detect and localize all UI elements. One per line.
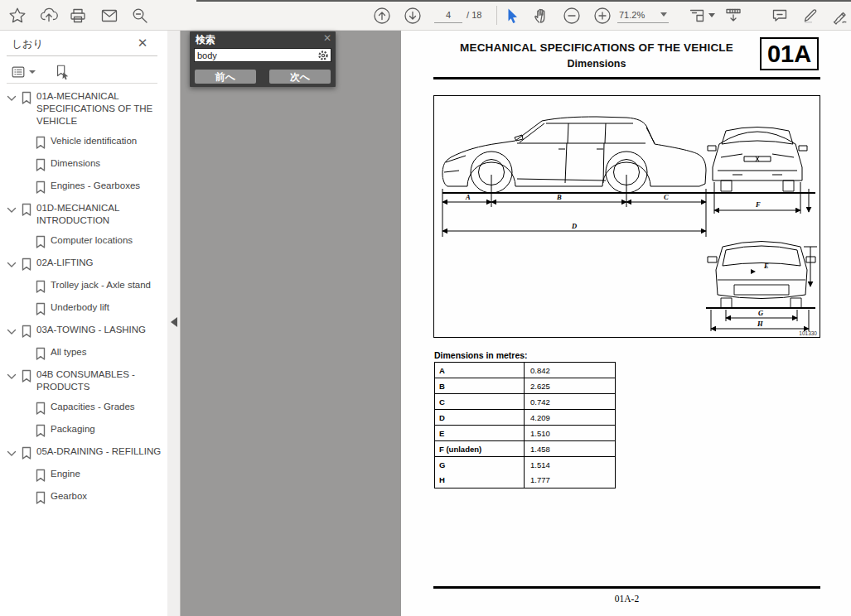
bookmark-label: 04B CONSUMABLES - PRODUCTS <box>36 368 162 393</box>
bookmark-label: 01D-MECHANICAL INTRODUCTION <box>36 202 162 227</box>
dimension-label: E <box>435 426 525 441</box>
dim-label-g: G <box>758 309 764 317</box>
bookmark-item-trolley-jack-axle-stand[interactable]: Trolley jack - Axle stand <box>7 279 169 294</box>
document-subtitle: Dimensions <box>433 58 760 70</box>
bookmark-icon <box>35 402 46 416</box>
dimension-row: F (unladen) 1.458 <box>435 441 616 457</box>
bookmark-item-all-types[interactable]: All types <box>7 346 169 361</box>
zoom-level-select[interactable]: 71.2% <box>617 7 669 23</box>
dimension-label: F (unladen) <box>435 441 525 457</box>
rear-view-drawing <box>706 242 817 332</box>
dimension-label: D <box>435 410 525 426</box>
bookmark-item-dimensions[interactable]: Dimensions <box>7 157 169 172</box>
bookmark-item-03a-towing-lashing[interactable]: 03A-TOWING - LASHING <box>7 324 169 339</box>
dimension-value: 0.742 <box>525 394 616 410</box>
bookmarks-panel: しおり ✕ 01A-MECHANICAL SPECIFICATIONS OF T… <box>0 31 181 616</box>
zoom-in-icon[interactable] <box>591 4 614 27</box>
dimension-row: G 1.514 <box>435 457 616 473</box>
hand-pan-icon[interactable] <box>530 4 554 27</box>
bookmark-icon <box>35 424 46 438</box>
print-icon[interactable] <box>66 4 89 27</box>
dim-label-f: F <box>755 200 761 209</box>
bookmark-label: Underbody lift <box>51 301 169 314</box>
bookmark-tree: 01A-MECHANICAL SPECIFICATIONS OF THE VEH… <box>7 90 169 613</box>
locate-current-bookmark-icon[interactable] <box>52 62 72 82</box>
bookmark-item-04b-consumables-products[interactable]: 04B CONSUMABLES - PRODUCTS <box>7 368 169 393</box>
sidebar-collapse-button[interactable] <box>171 317 177 327</box>
toolbar: 4 / 18 71.2% <box>0 0 851 31</box>
cloud-upload-icon[interactable] <box>37 4 60 27</box>
bookmark-icon <box>35 180 46 195</box>
pdf-page[interactable]: MECHANICAL SPECIFICATIONS OF THE VEHICLE… <box>401 31 851 616</box>
close-icon[interactable]: ✕ <box>323 32 331 44</box>
bookmark-item-capacities-grades[interactable]: Capacities - Grades <box>7 401 169 416</box>
bookmark-icon <box>21 446 32 460</box>
vehicle-dimensions-figure: A B C D F <box>433 95 820 338</box>
chevron-down-icon[interactable] <box>7 260 17 270</box>
bookmark-item-engines-gearboxes[interactable]: Engines - Gearboxes <box>7 180 169 195</box>
bookmark-options-icon[interactable] <box>8 62 37 82</box>
dimension-value: 0.842 <box>525 363 616 378</box>
bookmark-item-02a-lifting[interactable]: 02A-LIFTING <box>7 257 169 272</box>
bookmark-label: 01A-MECHANICAL SPECIFICATIONS OF THE VEH… <box>36 90 162 128</box>
star-icon[interactable] <box>6 4 29 27</box>
chevron-down-icon[interactable] <box>7 327 17 337</box>
fit-width-icon[interactable] <box>722 4 745 27</box>
bookmark-label: 05A-DRAINING - REFILLING <box>36 445 162 458</box>
select-pointer-icon[interactable] <box>500 4 524 27</box>
bookmark-label: Trolley jack - Axle stand <box>51 279 169 291</box>
bookmark-icon <box>21 325 32 339</box>
bookmark-label: Computer locations <box>51 234 169 247</box>
marquee-zoom-icon[interactable] <box>128 4 152 27</box>
comment-icon[interactable] <box>768 4 791 27</box>
dimension-label: A <box>435 363 525 378</box>
dimension-value: 1.510 <box>525 426 616 441</box>
chevron-down-icon <box>660 12 667 17</box>
bookmark-item-gearbox[interactable]: Gearbox <box>7 490 169 505</box>
dimension-row: H 1.777 <box>435 473 616 488</box>
highlight-icon[interactable] <box>799 4 822 27</box>
divider <box>7 55 157 56</box>
bookmark-item-01d-mechanical-introduction[interactable]: 01D-MECHANICAL INTRODUCTION <box>7 202 169 227</box>
divider <box>7 83 157 84</box>
chevron-down-icon[interactable] <box>7 449 17 459</box>
page-down-icon[interactable] <box>401 4 424 27</box>
bookmark-item-01a-mechanical-specifications-of-the-vehicle[interactable]: 01A-MECHANICAL SPECIFICATIONS OF THE VEH… <box>7 90 169 128</box>
search-overlay: 検索 ✕ 前へ 次へ <box>190 31 336 87</box>
chevron-down-icon[interactable] <box>7 205 17 215</box>
bookmark-item-underbody-lift[interactable]: Underbody lift <box>7 301 169 316</box>
bookmark-label: Engines - Gearboxes <box>51 180 169 192</box>
window-edge <box>196 0 851 2</box>
dim-label-c: C <box>664 193 669 201</box>
bookmark-item-engine[interactable]: Engine <box>7 468 169 483</box>
bookmark-icon <box>21 369 32 383</box>
dimension-label: B <box>435 378 525 394</box>
dimension-value: 1.458 <box>525 441 616 457</box>
chevron-down-icon[interactable] <box>7 372 17 382</box>
bookmark-item-packaging[interactable]: Packaging <box>7 423 169 438</box>
fit-page-icon[interactable] <box>686 4 718 27</box>
bookmarks-toolbar <box>8 60 72 84</box>
page-total-label: / 18 <box>467 7 481 23</box>
page-up-icon[interactable] <box>370 4 394 27</box>
bookmark-item-computer-locations[interactable]: Computer locations <box>7 234 169 249</box>
chevron-down-icon[interactable] <box>7 94 17 103</box>
gear-icon[interactable] <box>317 50 329 61</box>
signature-icon[interactable] <box>829 4 851 27</box>
zoom-out-icon[interactable] <box>560 4 583 27</box>
page-number-input[interactable]: 4 <box>434 7 462 23</box>
header-rule <box>433 77 820 79</box>
document-title: MECHANICAL SPECIFICATIONS OF THE VEHICLE <box>433 41 760 54</box>
search-next-button[interactable]: 次へ <box>269 70 331 84</box>
bookmark-icon <box>35 302 46 316</box>
close-icon[interactable]: ✕ <box>135 36 150 51</box>
bookmark-icon <box>35 280 46 294</box>
bookmark-item-05a-draining-refilling[interactable]: 05A-DRAINING - REFILLING <box>7 445 169 460</box>
bookmark-item-vehicle-identification[interactable]: Vehicle identification <box>7 135 169 150</box>
email-icon[interactable] <box>98 4 121 27</box>
dimension-value: 2.625 <box>525 378 616 394</box>
side-view-drawing <box>442 117 713 237</box>
search-input[interactable] <box>197 49 313 61</box>
bookmark-label: All types <box>51 346 169 359</box>
search-previous-button[interactable]: 前へ <box>195 70 256 84</box>
